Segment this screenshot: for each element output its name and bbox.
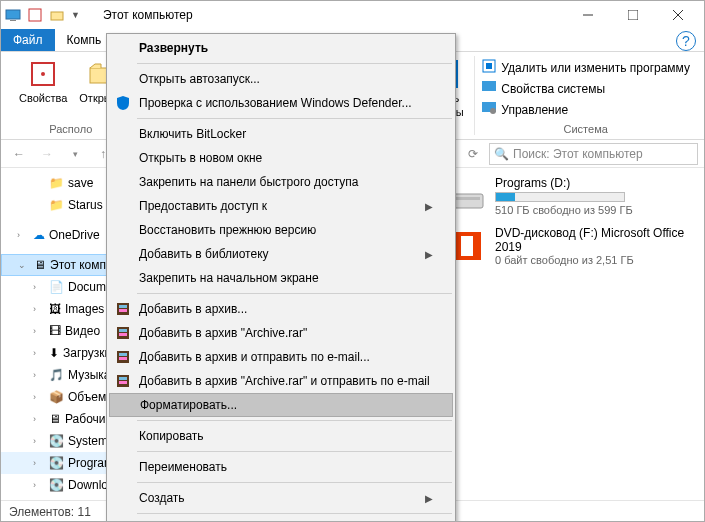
svg-rect-5 xyxy=(628,10,638,20)
svg-rect-15 xyxy=(486,63,492,69)
manage-button[interactable]: Управление xyxy=(481,100,690,119)
menu-item-label: Добавить в архив... xyxy=(139,302,247,316)
menu-item[interactable]: Добавить в архив... xyxy=(109,297,453,321)
qat-dropdown-icon[interactable]: ▼ xyxy=(71,10,80,20)
search-field[interactable]: 🔍 Поиск: Этот компьютер xyxy=(489,143,698,165)
menu-item[interactable]: Добавить в архив и отправить по e-mail..… xyxy=(109,345,453,369)
menu-separator xyxy=(137,482,452,483)
help-button[interactable]: ? xyxy=(676,31,696,51)
svg-rect-2 xyxy=(29,9,41,21)
svg-rect-28 xyxy=(119,333,127,336)
minimize-button[interactable] xyxy=(565,1,610,29)
svg-rect-24 xyxy=(119,305,127,308)
refresh-button[interactable]: ⟳ xyxy=(461,142,485,166)
onedrive-icon: ☁ xyxy=(33,228,45,242)
recent-button[interactable]: ▾ xyxy=(63,142,87,166)
submenu-arrow-icon: ▶ xyxy=(425,493,433,504)
menu-item-label: Добавить в библиотеку xyxy=(139,247,269,261)
menu-item[interactable]: Форматировать... xyxy=(109,393,453,417)
rar-icon xyxy=(114,372,132,390)
uninstall-icon xyxy=(481,58,497,77)
menu-separator xyxy=(137,451,452,452)
svg-rect-30 xyxy=(119,353,127,356)
menu-item[interactable]: Закрепить на панели быстрого доступа xyxy=(109,170,453,194)
drive-programs-d[interactable]: Programs (D:) 510 ГБ свободно из 599 ГБ xyxy=(447,176,696,216)
drive-name: Programs (D:) xyxy=(495,176,633,190)
tab-file[interactable]: Файл xyxy=(1,29,55,51)
menu-separator xyxy=(137,293,452,294)
system-properties-button[interactable]: Свойства системы xyxy=(481,79,690,98)
qat-folder-icon[interactable] xyxy=(49,7,65,23)
menu-item-label: Создать xyxy=(139,491,185,505)
tab-computer[interactable]: Компь xyxy=(55,29,114,51)
properties-icon xyxy=(27,58,59,90)
back-button[interactable]: ← xyxy=(7,142,31,166)
drive-usage-bar xyxy=(495,192,625,202)
uninstall-programs-button[interactable]: Удалить или изменить программу xyxy=(481,58,690,77)
menu-item[interactable]: Предоставить доступ к▶ xyxy=(109,194,453,218)
menu-item-label: Открыть в новом окне xyxy=(139,151,262,165)
svg-point-9 xyxy=(41,72,45,76)
menu-separator xyxy=(137,118,452,119)
submenu-arrow-icon: ▶ xyxy=(425,201,433,212)
drive-name: DVD-дисковод (F:) Microsoft Office 2019 xyxy=(495,226,696,254)
menu-item-label: Предоставить доступ к xyxy=(139,199,267,213)
item-count: Элементов: 11 xyxy=(9,505,91,519)
close-button[interactable] xyxy=(655,1,700,29)
menu-item[interactable]: Добавить в архив "Archive.rar" и отправи… xyxy=(109,369,453,393)
menu-item[interactable]: Переименовать xyxy=(109,455,453,479)
drive-icon: 💽 xyxy=(49,434,64,448)
properties-button[interactable]: Свойства xyxy=(15,56,71,121)
drive-dvd-f[interactable]: DVD-дисковод (F:) Microsoft Office 2019 … xyxy=(447,226,696,266)
svg-rect-22 xyxy=(461,236,473,256)
drive-icon: 💽 xyxy=(49,456,64,470)
computer-icon xyxy=(5,7,21,23)
menu-item[interactable]: Открыть автозапуск... xyxy=(109,67,453,91)
menu-item-label: Открыть автозапуск... xyxy=(139,72,260,86)
menu-item-label: Развернуть xyxy=(139,41,208,55)
menu-item-label: Добавить в архив "Archive.rar" xyxy=(139,326,307,340)
video-icon: 🎞 xyxy=(49,324,61,338)
menu-item[interactable]: Закрепить на начальном экране xyxy=(109,266,453,290)
images-icon: 🖼 xyxy=(49,302,61,316)
context-menu: РазвернутьОткрыть автозапуск...Проверка … xyxy=(106,33,456,522)
ribbon-group-system: Удалить или изменить программу Свойства … xyxy=(475,56,696,135)
folder-icon: 📁 xyxy=(49,198,64,212)
menu-item[interactable]: Открыть в новом окне xyxy=(109,146,453,170)
computer-icon: 🖥 xyxy=(34,258,46,272)
svg-rect-34 xyxy=(119,381,127,384)
menu-item[interactable]: Добавить в библиотеку▶ xyxy=(109,242,453,266)
menu-item-label: Добавить в архив и отправить по e-mail..… xyxy=(139,350,370,364)
rar-icon xyxy=(114,324,132,342)
drive-subtext: 0 байт свободно из 2,51 ГБ xyxy=(495,254,696,266)
maximize-button[interactable] xyxy=(610,1,655,29)
svg-rect-20 xyxy=(454,197,480,200)
menu-item[interactable]: Проверка с использованием Windows Defend… xyxy=(109,91,453,115)
menu-item[interactable]: Восстановить прежнюю версию xyxy=(109,218,453,242)
volumes-icon: 📦 xyxy=(49,390,64,404)
menu-item-label: Переименовать xyxy=(139,460,227,474)
svg-point-18 xyxy=(490,108,496,114)
forward-button[interactable]: → xyxy=(35,142,59,166)
svg-rect-33 xyxy=(119,377,127,380)
qat-properties-icon[interactable] xyxy=(27,7,43,23)
menu-item-label: Закрепить на панели быстрого доступа xyxy=(139,175,359,189)
menu-separator xyxy=(137,420,452,421)
title-bar: ▼ Этот компьютер xyxy=(1,1,704,29)
menu-item[interactable]: Копировать xyxy=(109,424,453,448)
svg-rect-31 xyxy=(119,357,127,360)
menu-item-label: Восстановить прежнюю версию xyxy=(139,223,316,237)
shield-icon xyxy=(114,94,132,112)
menu-item[interactable]: Развернуть xyxy=(109,36,453,60)
menu-item[interactable]: Создать▶ xyxy=(109,486,453,510)
menu-item-label: Добавить в архив "Archive.rar" и отправи… xyxy=(139,374,430,388)
drive-subtext: 510 ГБ свободно из 599 ГБ xyxy=(495,204,633,216)
music-icon: 🎵 xyxy=(49,368,64,382)
menu-item[interactable]: Включить BitLocker xyxy=(109,122,453,146)
drive-icon: 💽 xyxy=(49,478,64,492)
documents-icon: 📄 xyxy=(49,280,64,294)
menu-item[interactable]: Добавить в архив "Archive.rar" xyxy=(109,321,453,345)
svg-rect-16 xyxy=(482,81,496,91)
svg-rect-1 xyxy=(10,20,16,21)
menu-item-label: Включить BitLocker xyxy=(139,127,246,141)
